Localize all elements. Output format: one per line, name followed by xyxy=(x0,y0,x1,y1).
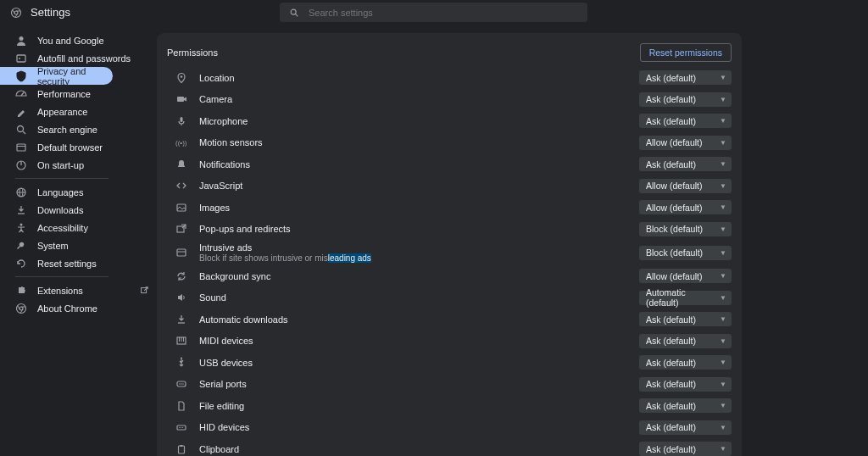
sidebar-item-label: System xyxy=(37,241,157,251)
permission-dropdown-usb[interactable]: Ask (default)▼ xyxy=(639,355,732,370)
sidebar-item-extensions[interactable]: Extensions xyxy=(0,281,157,299)
sidebar-item-search-engine[interactable]: Search engine xyxy=(0,120,157,138)
permission-row-serial: Serial portsAsk (default)▼ xyxy=(157,374,742,396)
sync-icon xyxy=(175,270,187,282)
sidebar-item-about[interactable]: About Chrome xyxy=(0,299,157,317)
chevron-down-icon: ▼ xyxy=(720,139,726,147)
permission-label: Intrusive adsBlock if site shows intrusi… xyxy=(199,242,627,263)
chevron-down-icon: ▼ xyxy=(720,249,726,257)
dropdown-value: Ask (default) xyxy=(646,444,696,454)
permission-dropdown-images[interactable]: Allow (default)▼ xyxy=(639,200,732,214)
dropdown-value: Ask (default) xyxy=(646,94,696,104)
clipboard-icon xyxy=(175,443,187,455)
permission-dropdown-hid[interactable]: Ask (default)▼ xyxy=(639,420,732,435)
sidebar-item-label: You and Google xyxy=(37,36,157,46)
search-box[interactable] xyxy=(280,3,587,22)
sidebar-item-accessibility[interactable]: Accessibility xyxy=(0,219,157,236)
sidebar-item-default-browser[interactable]: Default browser xyxy=(0,138,157,156)
chrome-logo-icon xyxy=(10,7,22,19)
location-icon xyxy=(175,72,187,84)
browser-icon xyxy=(15,142,27,153)
permission-dropdown-motion[interactable]: Allow (default)▼ xyxy=(639,136,732,150)
image-icon xyxy=(175,202,187,214)
sidebar-item-label: Privacy and security xyxy=(37,66,113,86)
dropdown-value: Allow (default) xyxy=(646,181,703,191)
dropdown-value: Ask (default) xyxy=(646,401,696,411)
dropdown-value: Allow (default) xyxy=(646,271,703,281)
permission-dropdown-autodl[interactable]: Ask (default)▼ xyxy=(639,312,732,326)
permission-row-ads: Intrusive adsBlock if site shows intrusi… xyxy=(157,240,742,265)
chevron-down-icon: ▼ xyxy=(720,315,726,323)
permission-dropdown-fileedit[interactable]: Ask (default)▼ xyxy=(639,398,732,413)
permission-dropdown-location[interactable]: Ask (default)▼ xyxy=(639,70,732,85)
chevron-down-icon: ▼ xyxy=(720,160,726,168)
permission-dropdown-camera[interactable]: Ask (default)▼ xyxy=(639,92,732,107)
permission-dropdown-sound[interactable]: Automatic (default)▼ xyxy=(639,291,732,305)
sidebar-item-autofill[interactable]: Autofill and passwords xyxy=(0,49,157,67)
ads-icon xyxy=(175,247,187,259)
sidebar-item-label: About Chrome xyxy=(37,303,157,314)
permission-label: Automatic downloads xyxy=(199,314,627,325)
chevron-down-icon: ▼ xyxy=(720,445,726,453)
permission-dropdown-midi[interactable]: Ask (default)▼ xyxy=(639,334,732,348)
search-input[interactable] xyxy=(309,8,579,18)
chevron-down-icon: ▼ xyxy=(720,182,726,190)
permission-dropdown-bgsync[interactable]: Allow (default)▼ xyxy=(639,269,732,283)
midi-icon xyxy=(175,335,187,347)
person-icon xyxy=(15,35,27,47)
sidebar-item-privacy[interactable]: Privacy and security xyxy=(0,67,113,85)
dropdown-value: Ask (default) xyxy=(646,379,696,389)
sidebar-item-languages[interactable]: Languages xyxy=(0,183,157,201)
app-header: Settings xyxy=(0,0,868,25)
permission-dropdown-clipboard[interactable]: Ask (default)▼ xyxy=(639,442,732,456)
sidebar-item-reset[interactable]: Reset settings xyxy=(0,254,157,272)
permission-row-fileedit: File editingAsk (default)▼ xyxy=(157,395,742,417)
permission-dropdown-ads[interactable]: Block (default)▼ xyxy=(639,246,732,260)
wrench-icon xyxy=(15,240,27,252)
dropdown-value: Ask (default) xyxy=(646,73,696,83)
permission-row-images: ImagesAllow (default)▼ xyxy=(157,197,742,219)
permission-label: Background sync xyxy=(199,271,627,281)
mic-icon xyxy=(175,115,187,127)
permission-dropdown-serial[interactable]: Ask (default)▼ xyxy=(639,377,732,392)
speed-icon xyxy=(15,88,27,100)
permission-label: Sound xyxy=(199,292,627,303)
permission-label: Location xyxy=(199,73,627,83)
permission-dropdown-notifications[interactable]: Ask (default)▼ xyxy=(639,157,732,171)
sidebar-item-on-startup[interactable]: On start-up xyxy=(0,156,157,174)
chrome-icon xyxy=(15,303,27,314)
sidebar-item-label: Appearance xyxy=(37,107,157,117)
sidebar-item-label: Downloads xyxy=(37,205,157,215)
sidebar-item-label: Default browser xyxy=(37,142,157,153)
permission-label: Motion sensors xyxy=(199,137,627,147)
permission-label: Images xyxy=(199,203,627,213)
permission-dropdown-popups[interactable]: Block (default)▼ xyxy=(639,222,732,236)
sidebar-item-you-and-google[interactable]: You and Google xyxy=(0,31,157,49)
settings-sidebar: You and GoogleAutofill and passwordsPriv… xyxy=(0,25,157,456)
sidebar-item-appearance[interactable]: Appearance xyxy=(0,103,157,120)
sidebar-item-performance[interactable]: Performance xyxy=(0,85,157,103)
permission-dropdown-microphone[interactable]: Ask (default)▼ xyxy=(639,114,732,128)
bell-icon xyxy=(175,158,187,170)
permission-row-location: LocationAsk (default)▼ xyxy=(157,67,742,89)
external-link-icon xyxy=(138,285,150,297)
permission-dropdown-javascript[interactable]: Allow (default)▼ xyxy=(639,179,732,193)
sidebar-item-downloads[interactable]: Downloads xyxy=(0,201,157,219)
accessibility-icon xyxy=(15,222,27,234)
permissions-heading: Permissions xyxy=(167,47,218,58)
chevron-down-icon: ▼ xyxy=(720,337,726,345)
chevron-down-icon: ▼ xyxy=(720,381,726,388)
permission-row-microphone: MicrophoneAsk (default)▼ xyxy=(157,110,742,132)
dropdown-value: Allow (default) xyxy=(646,203,703,213)
reset-icon xyxy=(15,258,27,270)
code-icon xyxy=(175,180,187,192)
chevron-down-icon: ▼ xyxy=(720,225,726,233)
permission-row-sound: SoundAutomatic (default)▼ xyxy=(157,287,742,309)
permission-row-notifications: NotificationsAsk (default)▼ xyxy=(157,153,742,175)
dropdown-value: Automatic (default) xyxy=(646,287,720,308)
dropdown-value: Ask (default) xyxy=(646,336,696,346)
dropdown-value: Ask (default) xyxy=(646,358,696,368)
search-icon xyxy=(288,7,300,19)
reset-permissions-button[interactable]: Reset permissions xyxy=(640,43,732,62)
sidebar-item-system[interactable]: System xyxy=(0,236,157,254)
